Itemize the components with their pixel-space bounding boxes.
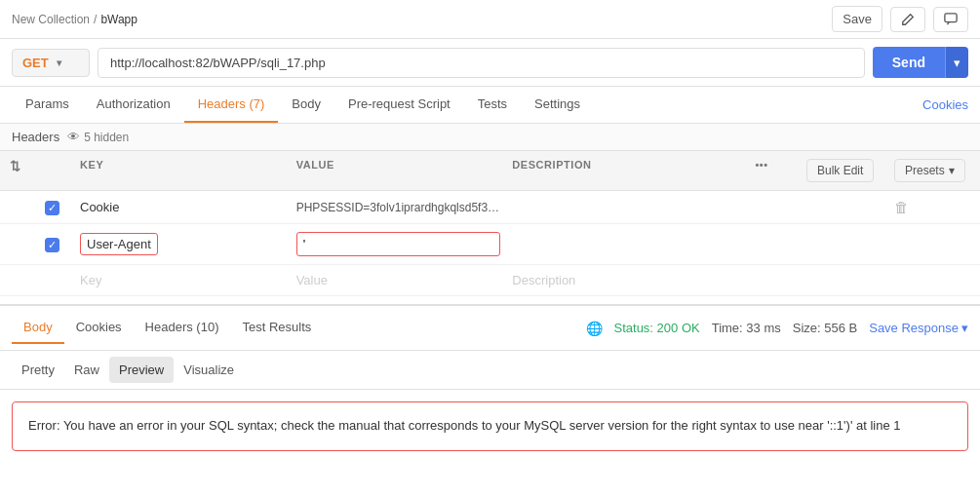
empty-value[interactable]: Value bbox=[291, 265, 507, 295]
request-tabs: Params Authorization Headers (7) Body Pr… bbox=[0, 87, 980, 124]
empty-bulk bbox=[801, 273, 888, 288]
hidden-badge: 👁 5 hidden bbox=[67, 130, 129, 144]
filter-icon: ⇅ bbox=[10, 159, 21, 173]
row1-delete[interactable]: 🗑 bbox=[888, 191, 976, 223]
empty-key[interactable]: Key bbox=[74, 265, 291, 295]
prev-tab-raw[interactable]: Raw bbox=[64, 357, 109, 383]
row2-checkbox[interactable] bbox=[45, 238, 59, 252]
response-size: Size: 556 B bbox=[793, 321, 858, 335]
response-tabs: Body Cookies Headers (10) Test Results 🌐… bbox=[0, 306, 980, 351]
resp-tab-body[interactable]: Body bbox=[12, 312, 64, 344]
eye-icon: 👁 bbox=[67, 130, 80, 144]
row1-description bbox=[506, 200, 723, 215]
hidden-count: 5 hidden bbox=[84, 131, 129, 144]
headers-table: ⇅ KEY VALUE DESCRIPTION ••• Bulk Edit Pr… bbox=[0, 151, 980, 296]
method-chevron: ▾ bbox=[57, 57, 61, 68]
resp-tab-headers[interactable]: Headers (10) bbox=[134, 312, 231, 344]
col-presets[interactable]: Presets ▾ bbox=[888, 151, 976, 190]
status-badge: Status: 200 OK bbox=[614, 321, 700, 335]
method-label: GET bbox=[22, 56, 49, 70]
send-dropdown[interactable]: ▾ bbox=[945, 47, 968, 78]
breadcrumb-current: bWapp bbox=[100, 13, 137, 26]
row2-check[interactable] bbox=[39, 229, 74, 260]
response-time: Time: 33 ms bbox=[712, 321, 781, 335]
request-bar: GET ▾ Send ▾ bbox=[0, 39, 980, 87]
row1-checkbox[interactable] bbox=[45, 201, 59, 215]
col-check bbox=[39, 151, 74, 190]
top-right-actions: Save bbox=[832, 6, 968, 32]
headers-sub-row: Headers 👁 5 hidden bbox=[0, 124, 980, 151]
row1-check[interactable] bbox=[39, 192, 74, 223]
tab-headers[interactable]: Headers (7) bbox=[184, 87, 279, 123]
presets-button[interactable]: Presets ▾ bbox=[894, 159, 965, 182]
save-response-button[interactable]: Save Response ▾ bbox=[869, 321, 968, 335]
error-message: Error: You have an error in your SQL syn… bbox=[28, 418, 901, 433]
comment-icon-button[interactable] bbox=[933, 7, 968, 32]
response-section: Body Cookies Headers (10) Test Results 🌐… bbox=[0, 304, 980, 451]
table-row: User-Agent bbox=[0, 224, 980, 265]
tab-authorization[interactable]: Authorization bbox=[83, 87, 184, 123]
tab-params[interactable]: Params bbox=[12, 87, 83, 123]
row2-key: User-Agent bbox=[74, 225, 291, 263]
row1-value: PHPSESSID=3folv1iprardhgkqlsd5f30bed; se… bbox=[291, 193, 507, 222]
save-button[interactable]: Save bbox=[832, 6, 882, 32]
table-row-empty: Key Value Description bbox=[0, 265, 980, 296]
user-agent-key: User-Agent bbox=[80, 233, 158, 255]
row2-drag bbox=[4, 237, 39, 252]
globe-icon: 🌐 bbox=[586, 321, 603, 336]
empty-description[interactable]: Description bbox=[506, 265, 723, 295]
prev-tab-preview[interactable]: Preview bbox=[109, 357, 174, 383]
row2-dots bbox=[723, 237, 801, 252]
row1-bulk bbox=[801, 200, 888, 215]
tab-tests[interactable]: Tests bbox=[464, 87, 521, 123]
empty-dots bbox=[723, 273, 801, 288]
prev-tab-visualize[interactable]: Visualize bbox=[174, 357, 244, 383]
user-agent-value-input[interactable] bbox=[296, 232, 501, 256]
row2-delete bbox=[888, 237, 976, 252]
row1-key: Cookie bbox=[74, 192, 291, 222]
row2-bulk bbox=[801, 237, 888, 252]
send-button[interactable]: Send bbox=[873, 47, 945, 78]
edit-icon-button[interactable] bbox=[890, 7, 925, 32]
resp-tab-test-results[interactable]: Test Results bbox=[230, 312, 323, 344]
col-key: KEY bbox=[74, 151, 291, 190]
error-box: Error: You have an error in your SQL syn… bbox=[12, 401, 968, 451]
breadcrumb-sep: / bbox=[94, 13, 97, 26]
col-description: DESCRIPTION bbox=[506, 151, 723, 190]
tab-body[interactable]: Body bbox=[278, 87, 334, 123]
tab-pre-request[interactable]: Pre-request Script bbox=[334, 87, 464, 123]
send-group: Send ▾ bbox=[873, 47, 968, 78]
col-filter[interactable]: ⇅ bbox=[4, 151, 39, 190]
row2-description bbox=[506, 237, 723, 252]
response-status-area: 🌐 Status: 200 OK Time: 33 ms Size: 556 B… bbox=[586, 321, 968, 336]
table-header: ⇅ KEY VALUE DESCRIPTION ••• Bulk Edit Pr… bbox=[0, 151, 980, 191]
svg-rect-0 bbox=[945, 13, 957, 21]
prev-tab-pretty[interactable]: Pretty bbox=[12, 357, 64, 383]
row2-value[interactable] bbox=[291, 224, 507, 264]
tab-settings[interactable]: Settings bbox=[521, 87, 594, 123]
preview-tabs: Pretty Raw Preview Visualize bbox=[0, 351, 980, 390]
cookies-link[interactable]: Cookies bbox=[922, 88, 968, 122]
headers-sub-label: Headers bbox=[12, 130, 59, 144]
col-value: VALUE bbox=[291, 151, 507, 190]
delete-icon[interactable]: 🗑 bbox=[894, 199, 909, 215]
empty-presets bbox=[888, 273, 976, 288]
row1-drag bbox=[4, 200, 39, 215]
breadcrumb-parent[interactable]: New Collection bbox=[12, 13, 90, 26]
empty-drag bbox=[4, 273, 39, 288]
resp-tab-cookies[interactable]: Cookies bbox=[64, 312, 134, 344]
breadcrumb: New Collection / bWapp Save bbox=[0, 0, 980, 39]
row1-dots bbox=[723, 200, 801, 215]
bulk-edit-button[interactable]: Bulk Edit bbox=[806, 159, 874, 182]
col-dots[interactable]: ••• bbox=[723, 151, 801, 190]
url-input[interactable] bbox=[98, 48, 865, 78]
col-bulk-edit[interactable]: Bulk Edit bbox=[801, 151, 888, 190]
table-row: Cookie PHPSESSID=3folv1iprardhgkqlsd5f30… bbox=[0, 191, 980, 224]
method-select[interactable]: GET ▾ bbox=[12, 49, 90, 77]
empty-check bbox=[39, 273, 74, 288]
